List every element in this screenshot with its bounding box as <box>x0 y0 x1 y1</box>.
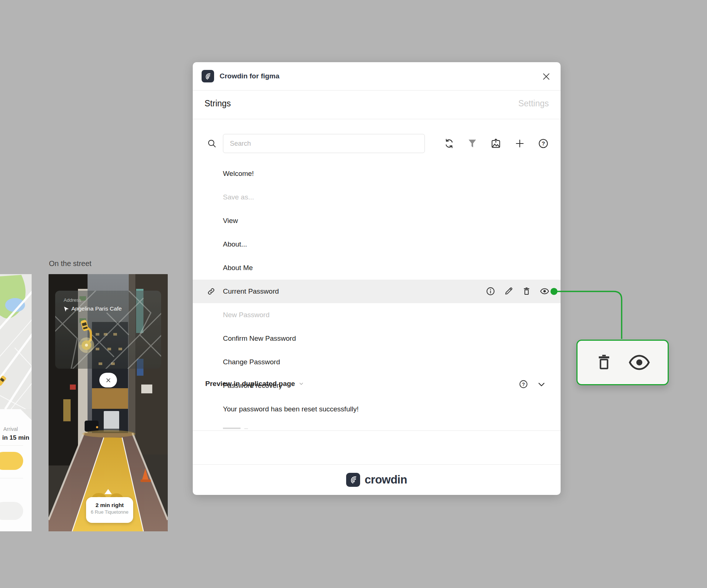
string-row[interactable]: About... <box>193 233 561 256</box>
info-icon[interactable] <box>486 286 495 296</box>
link-icon <box>206 287 216 296</box>
divider <box>193 119 561 119</box>
string-row[interactable]: View <box>193 209 561 233</box>
preview-mode-label: Preview in duplicated page <box>205 380 295 388</box>
string-row[interactable]: Your password has been reset successfull… <box>193 397 561 421</box>
string-label: Change Password <box>223 358 280 366</box>
crowdin-brand: crowdin <box>193 464 561 495</box>
secondary-action-button[interactable] <box>0 502 23 520</box>
string-label: Confirm New Password <box>223 334 296 343</box>
string-label: About... <box>223 240 247 248</box>
string-row[interactable]: New Password <box>193 303 561 327</box>
filter-icon[interactable] <box>467 138 478 149</box>
help-icon[interactable]: ? <box>538 138 549 149</box>
string-label: Welcome! <box>223 170 254 178</box>
address-card: Address Angelina Paris Cafe <box>55 291 161 369</box>
ar-navigation-phone-mockup: 20 Address <box>49 274 168 531</box>
help-icon[interactable]: ? <box>519 379 528 389</box>
plus-icon[interactable] <box>514 138 525 149</box>
string-row[interactable]: Change Password <box>193 350 561 374</box>
card-fold <box>21 409 32 420</box>
string-label: Save as... <box>223 193 254 201</box>
edit-icon[interactable] <box>504 286 514 296</box>
string-label: Your password has been reset successfull… <box>223 405 359 413</box>
string-row[interactable]: Save as... <box>193 185 561 209</box>
string-row[interactable]: About Me <box>193 256 561 280</box>
string-row[interactable]: Current Password <box>193 280 561 303</box>
search-icon <box>207 138 217 149</box>
divider <box>193 90 561 91</box>
arrival-label: Arrival <box>3 426 18 432</box>
clipped-string-item <box>244 428 248 429</box>
artboard-title: On the street <box>49 259 92 268</box>
tab-strings[interactable]: Strings <box>205 99 231 109</box>
svg-text:?: ? <box>522 382 525 387</box>
string-row[interactable]: Welcome! <box>193 162 561 185</box>
svg-text:?: ? <box>541 140 545 146</box>
string-label: New Password <box>223 311 270 319</box>
figma-canvas: Arrival in 15 min On the street <box>0 0 707 588</box>
chevron-down-small-icon <box>298 381 304 387</box>
image-upload-icon[interactable] <box>490 138 501 149</box>
taxi-icon <box>80 319 89 331</box>
string-label: View <box>223 217 238 225</box>
navigation-arrow-icon <box>63 305 69 312</box>
string-label: Current Password <box>223 287 279 295</box>
crowdin-logo-icon <box>202 70 214 82</box>
eye-icon[interactable] <box>629 354 650 371</box>
tab-settings[interactable]: Settings <box>518 99 549 109</box>
connector-dot <box>551 288 557 295</box>
direction-card: 2 min right 6 Rue Tiquetonne <box>86 497 133 523</box>
address-field-label: Address <box>64 297 81 303</box>
string-actions <box>486 286 550 296</box>
crowdin-wordmark: crowdin <box>365 473 407 486</box>
chevron-down-icon[interactable] <box>537 380 546 389</box>
map-image <box>0 274 32 409</box>
address-value: Angelina Paris Cafe <box>71 305 122 312</box>
primary-action-button[interactable] <box>0 452 23 470</box>
direction-subtitle: 6 Rue Tiquetonne <box>86 509 133 515</box>
divider <box>0 445 23 446</box>
left-phone-mockup: Arrival in 15 min <box>0 274 32 531</box>
eye-icon[interactable] <box>540 286 550 296</box>
close-icon[interactable] <box>541 72 551 81</box>
window-title: Crowdin for figma <box>220 72 280 80</box>
refresh-icon[interactable] <box>444 138 455 149</box>
close-icon <box>106 378 111 383</box>
divider <box>193 431 561 431</box>
arrival-card: Arrival in 15 min <box>0 409 32 531</box>
trash-icon[interactable] <box>522 286 532 296</box>
crowdin-logo-icon <box>346 473 360 487</box>
string-row[interactable]: Confirm New Password <box>193 327 561 350</box>
direction-arrow-icon <box>104 489 112 494</box>
string-label: About Me <box>223 264 253 272</box>
dismiss-route-button[interactable] <box>99 373 117 387</box>
divider <box>0 478 23 478</box>
clipped-string-item <box>223 428 241 429</box>
direction-title: 2 min right <box>86 502 133 508</box>
search-input[interactable] <box>223 134 425 153</box>
preview-mode-selector[interactable]: Preview in duplicated page <box>205 380 304 388</box>
actions-callout <box>576 340 669 385</box>
trash-icon[interactable] <box>596 353 612 372</box>
crowdin-plugin-window: Crowdin for figma Strings Settings <box>193 62 561 495</box>
arrival-value: in 15 min <box>2 434 29 442</box>
